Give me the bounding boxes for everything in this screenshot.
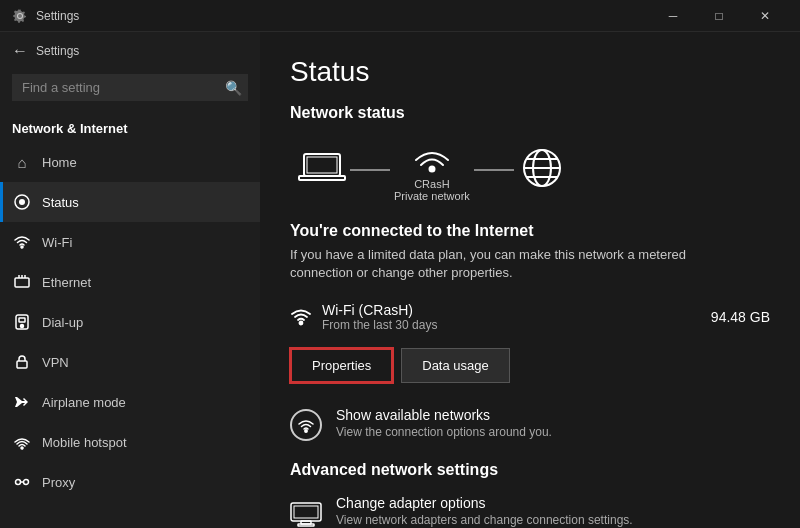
data-usage-button[interactable]: Data usage [401,348,510,383]
connection-desc: If you have a limited data plan, you can… [290,246,710,282]
svg-point-12 [16,480,21,485]
minimize-button[interactable]: ─ [650,0,696,32]
sidebar-item-ethernet[interactable]: Ethernet [0,262,260,302]
sidebar-item-wifi-label: Wi-Fi [42,235,72,250]
dialup-icon [12,312,32,332]
show-networks-sub: View the connection options around you. [336,425,552,439]
svg-point-18 [429,167,434,172]
svg-rect-27 [294,506,318,518]
sidebar-item-hotspot-label: Mobile hotspot [42,435,127,450]
svg-point-11 [21,447,23,449]
titlebar-title: Settings [36,9,650,23]
search-input[interactable] [12,74,248,101]
show-networks-icon [290,409,322,441]
main-layout: ← Settings 🔍 Network & Internet ⌂ Home S… [0,32,800,528]
laptop-icon [298,150,346,190]
maximize-button[interactable]: □ [696,0,742,32]
proxy-icon [12,472,32,492]
connection-title: You're connected to the Internet [290,222,770,240]
network-status-title: Network status [290,104,770,122]
sidebar-back-label: Settings [36,44,79,58]
wifi-status-row: Wi-Fi (CRasH) From the last 30 days 94.4… [290,302,770,332]
sidebar: ← Settings 🔍 Network & Internet ⌂ Home S… [0,32,260,528]
sidebar-section-title: Network & Internet [0,113,260,142]
sidebar-item-proxy[interactable]: Proxy [0,462,260,502]
wifi-period: From the last 30 days [322,318,437,332]
change-adapter-item[interactable]: Change adapter options View network adap… [290,495,770,528]
svg-rect-16 [307,157,337,173]
back-arrow-icon: ← [12,42,28,60]
sidebar-item-status-label: Status [42,195,79,210]
svg-point-1 [19,199,25,205]
sidebar-item-dialup-label: Dial-up [42,315,83,330]
adapter-sub: View network adapters and change connect… [336,513,633,527]
wifi-name: Wi-Fi (CRasH) [322,302,437,318]
close-button[interactable]: ✕ [742,0,788,32]
settings-icon [12,8,28,24]
svg-rect-10 [17,361,27,368]
sidebar-item-airplane-label: Airplane mode [42,395,126,410]
status-icon [12,192,32,212]
titlebar: Settings ─ □ ✕ [0,0,800,32]
network-name: CRasH [414,178,449,190]
airplane-icon [12,392,32,412]
sidebar-item-airplane[interactable]: Airplane mode [0,382,260,422]
sidebar-item-dialup[interactable]: Dial-up [0,302,260,342]
home-icon: ⌂ [12,152,32,172]
globe-icon [518,144,566,196]
sidebar-item-proxy-label: Proxy [42,475,75,490]
wifi-usage: 94.48 GB [711,309,770,325]
content-area: Status Network status CRasH [260,32,800,528]
adapter-title: Change adapter options [336,495,633,511]
window-controls: ─ □ ✕ [650,0,788,32]
sidebar-item-vpn[interactable]: VPN [0,342,260,382]
vpn-icon [12,352,32,372]
adapter-icon [290,497,322,528]
svg-rect-9 [19,318,25,322]
sidebar-item-home-label: Home [42,155,77,170]
sidebar-back-button[interactable]: ← Settings [0,32,260,70]
net-line-2 [474,169,514,171]
wifi-icon [12,232,32,252]
search-container: 🔍 [12,74,248,101]
svg-point-8 [21,325,24,328]
show-networks-item[interactable]: Show available networks View the connect… [290,407,770,441]
svg-point-25 [305,430,307,432]
net-line-1 [350,169,390,171]
svg-point-24 [300,322,303,325]
advanced-section-title: Advanced network settings [290,461,770,479]
router-icon: CRasH Private network [394,138,470,202]
svg-point-2 [21,246,23,248]
network-diagram: CRasH Private network [290,138,770,202]
svg-rect-29 [298,524,314,526]
wifi-info: Wi-Fi (CRasH) From the last 30 days [290,302,437,332]
page-title: Status [290,56,770,88]
sidebar-item-home[interactable]: ⌂ Home [0,142,260,182]
ethernet-icon [12,272,32,292]
svg-rect-17 [299,176,345,180]
sidebar-item-wifi[interactable]: Wi-Fi [0,222,260,262]
svg-point-13 [24,480,29,485]
hotspot-icon [12,432,32,452]
action-buttons: Properties Data usage [290,348,770,383]
sidebar-item-hotspot[interactable]: Mobile hotspot [0,422,260,462]
sidebar-item-vpn-label: VPN [42,355,69,370]
sidebar-item-ethernet-label: Ethernet [42,275,91,290]
svg-rect-3 [15,278,29,287]
properties-button[interactable]: Properties [290,348,393,383]
sidebar-item-status[interactable]: Status [0,182,260,222]
show-networks-title: Show available networks [336,407,552,423]
search-icon: 🔍 [225,80,242,96]
wifi-signal-icon [290,306,312,328]
connection-info: You're connected to the Internet If you … [290,222,770,282]
network-type: Private network [394,190,470,202]
